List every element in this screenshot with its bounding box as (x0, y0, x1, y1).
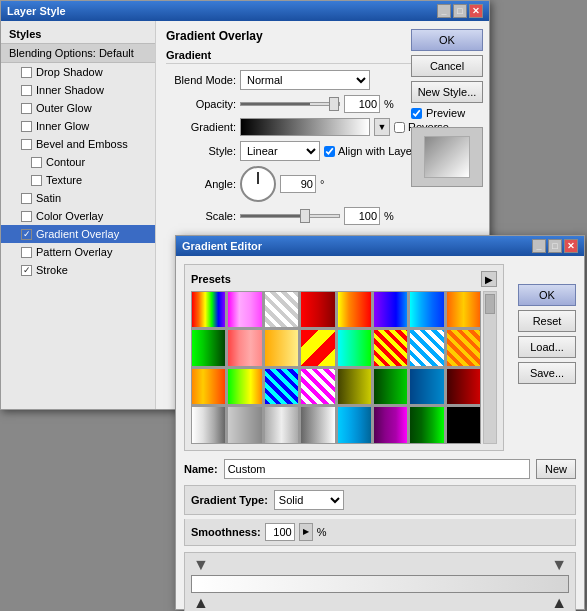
new-style-button[interactable]: New Style... (411, 81, 483, 103)
preset-26[interactable] (227, 406, 262, 443)
cancel-button[interactable]: Cancel (411, 55, 483, 77)
preset-12[interactable] (300, 329, 335, 366)
gradient-preview-box[interactable] (240, 118, 370, 136)
sidebar-item-stroke[interactable]: Stroke (1, 261, 155, 279)
color-overlay-checkbox[interactable] (21, 211, 32, 222)
presets-section: Presets ▶ (184, 264, 504, 451)
restore-btn[interactable]: □ (453, 4, 467, 18)
preset-2[interactable] (227, 291, 262, 328)
preset-17[interactable] (191, 368, 226, 405)
inner-shadow-checkbox[interactable] (21, 85, 32, 96)
opacity-stop-right[interactable]: ▼ (551, 557, 567, 573)
preset-15[interactable] (409, 329, 444, 366)
new-gradient-button[interactable]: New (536, 459, 576, 479)
preset-14[interactable] (373, 329, 408, 366)
sidebar-item-inner-glow[interactable]: Inner Glow (1, 117, 155, 135)
preset-31[interactable] (409, 406, 444, 443)
color-stop-right[interactable]: ▲ (551, 595, 567, 611)
preset-30[interactable] (373, 406, 408, 443)
ge-load-button[interactable]: Load... (518, 336, 576, 358)
preview-inner (424, 136, 470, 178)
inner-glow-checkbox[interactable] (21, 121, 32, 132)
preset-29[interactable] (337, 406, 372, 443)
align-with-layer-label[interactable]: Align with Layer (324, 145, 416, 157)
sidebar-item-bevel-emboss[interactable]: Bevel and Emboss (1, 135, 155, 153)
sidebar-item-drop-shadow[interactable]: Drop Shadow (1, 63, 155, 81)
sidebar-item-inner-shadow[interactable]: Inner Shadow (1, 81, 155, 99)
angle-dial[interactable] (240, 166, 276, 202)
preset-16[interactable] (446, 329, 481, 366)
blend-mode-select[interactable]: Normal Multiply Screen (240, 70, 370, 90)
preset-19[interactable] (264, 368, 299, 405)
smoothness-value[interactable] (265, 523, 295, 541)
sidebar-item-color-overlay[interactable]: Color Overlay (1, 207, 155, 225)
preset-10[interactable] (227, 329, 262, 366)
preset-8[interactable] (446, 291, 481, 328)
gradient-dropdown-arrow[interactable]: ▼ (374, 118, 390, 136)
presets-scrollbar[interactable] (483, 291, 497, 444)
bevel-emboss-checkbox[interactable] (21, 139, 32, 150)
preset-22[interactable] (373, 368, 408, 405)
scale-value[interactable] (344, 207, 380, 225)
ge-minimize-btn[interactable]: _ (532, 239, 546, 253)
preset-13[interactable] (337, 329, 372, 366)
opacity-stop-left[interactable]: ▼ (193, 557, 209, 573)
sidebar-item-texture[interactable]: Texture (1, 171, 155, 189)
sidebar-item-contour[interactable]: Contour (1, 153, 155, 171)
preset-1[interactable] (191, 291, 226, 328)
sidebar-item-satin[interactable]: Satin (1, 189, 155, 207)
opacity-slider[interactable] (240, 102, 340, 106)
preset-23[interactable] (409, 368, 444, 405)
preset-11[interactable] (264, 329, 299, 366)
close-btn[interactable]: ✕ (469, 4, 483, 18)
preset-4[interactable] (300, 291, 335, 328)
preset-18[interactable] (227, 368, 262, 405)
preset-9[interactable] (191, 329, 226, 366)
minimize-btn[interactable]: _ (437, 4, 451, 18)
preset-20[interactable] (300, 368, 335, 405)
contour-checkbox[interactable] (31, 157, 42, 168)
color-stop-left[interactable]: ▲ (193, 595, 209, 611)
sidebar-item-gradient-overlay[interactable]: Gradient Overlay (1, 225, 155, 243)
ge-restore-btn[interactable]: □ (548, 239, 562, 253)
sidebar-item-pattern-overlay[interactable]: Pattern Overlay (1, 243, 155, 261)
preset-32[interactable] (446, 406, 481, 443)
align-with-layer-checkbox[interactable] (324, 146, 335, 157)
gradient-overlay-checkbox[interactable] (21, 229, 32, 240)
gradient-bar[interactable] (191, 575, 569, 593)
ge-ok-button[interactable]: OK (518, 284, 576, 306)
drop-shadow-checkbox[interactable] (21, 67, 32, 78)
ge-save-button[interactable]: Save... (518, 362, 576, 384)
gradient-type-select[interactable]: Solid Noise (274, 490, 344, 510)
sidebar-item-blending-options[interactable]: Blending Options: Default (1, 43, 155, 63)
stroke-checkbox[interactable] (21, 265, 32, 276)
preset-5[interactable] (337, 291, 372, 328)
angle-value[interactable] (280, 175, 316, 193)
sidebar-item-outer-glow[interactable]: Outer Glow (1, 99, 155, 117)
preset-28[interactable] (300, 406, 335, 443)
style-select[interactable]: Linear Radial Angle (240, 141, 320, 161)
satin-checkbox[interactable] (21, 193, 32, 204)
preset-3[interactable] (264, 291, 299, 328)
pattern-overlay-checkbox[interactable] (21, 247, 32, 258)
preset-7[interactable] (409, 291, 444, 328)
smoothness-arrow[interactable]: ▶ (299, 523, 313, 541)
scale-slider[interactable] (240, 214, 340, 218)
ge-reset-button[interactable]: Reset (518, 310, 576, 332)
ge-titlebar-btns: _ □ ✕ (532, 239, 578, 253)
preset-24[interactable] (446, 368, 481, 405)
opacity-value[interactable] (344, 95, 380, 113)
preset-6[interactable] (373, 291, 408, 328)
gradient-bar-section: ▼ ▼ ▲ ▲ #ffffff #d5d5d5 (184, 552, 576, 612)
presets-arrow[interactable]: ▶ (481, 271, 497, 287)
texture-checkbox[interactable] (31, 175, 42, 186)
ge-close-btn[interactable]: ✕ (564, 239, 578, 253)
name-input[interactable] (224, 459, 530, 479)
preview-checkbox[interactable] (411, 108, 422, 119)
outer-glow-checkbox[interactable] (21, 103, 32, 114)
preset-25[interactable] (191, 406, 226, 443)
preset-21[interactable] (337, 368, 372, 405)
preset-27[interactable] (264, 406, 299, 443)
ok-button[interactable]: OK (411, 29, 483, 51)
reverse-checkbox[interactable] (394, 122, 405, 133)
